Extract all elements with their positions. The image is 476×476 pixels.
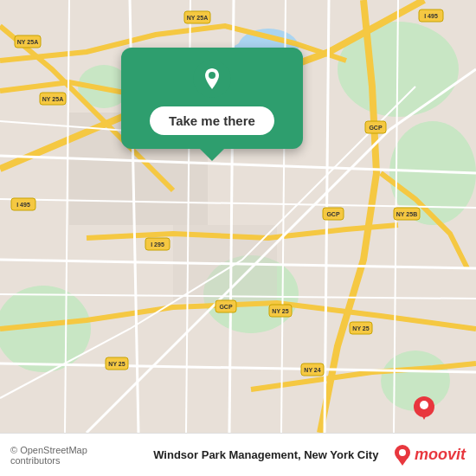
svg-text:GCP: GCP bbox=[326, 211, 340, 217]
svg-text:NY 25: NY 25 bbox=[272, 308, 288, 314]
svg-text:NY 25A: NY 25A bbox=[17, 39, 38, 45]
map-attribution: © OpenStreetMap contributors bbox=[10, 445, 138, 466]
svg-text:GCP: GCP bbox=[369, 125, 383, 131]
map-container: NY 25A NY 25A I 495 NY 25A GCP I 495 I 2… bbox=[0, 0, 476, 433]
map-popup: Take me there bbox=[121, 48, 303, 149]
svg-marker-58 bbox=[396, 457, 408, 466]
take-me-there-button[interactable]: Take me there bbox=[150, 106, 274, 135]
svg-text:NY 25A: NY 25A bbox=[187, 15, 208, 21]
svg-text:NY 25: NY 25 bbox=[352, 325, 369, 331]
moovit-text: moovit bbox=[415, 446, 466, 464]
moovit-pin-icon bbox=[394, 445, 411, 466]
svg-text:I 295: I 295 bbox=[151, 241, 164, 248]
svg-text:NY 25B: NY 25B bbox=[396, 211, 417, 217]
location-label: Windsor Park Management, New York City bbox=[138, 448, 394, 461]
svg-text:I 495: I 495 bbox=[16, 202, 30, 208]
svg-text:NY 25: NY 25 bbox=[108, 361, 125, 367]
svg-point-54 bbox=[420, 401, 428, 409]
svg-text:GCP: GCP bbox=[219, 304, 233, 310]
svg-text:I 495: I 495 bbox=[424, 13, 438, 19]
location-pin-icon bbox=[193, 60, 231, 98]
moovit-logo: moovit bbox=[394, 445, 466, 466]
bottom-bar: © OpenStreetMap contributors Windsor Par… bbox=[0, 433, 476, 476]
svg-point-56 bbox=[209, 72, 215, 79]
svg-text:NY 24: NY 24 bbox=[304, 367, 320, 373]
svg-point-59 bbox=[399, 449, 406, 456]
svg-text:NY 25A: NY 25A bbox=[42, 96, 63, 102]
